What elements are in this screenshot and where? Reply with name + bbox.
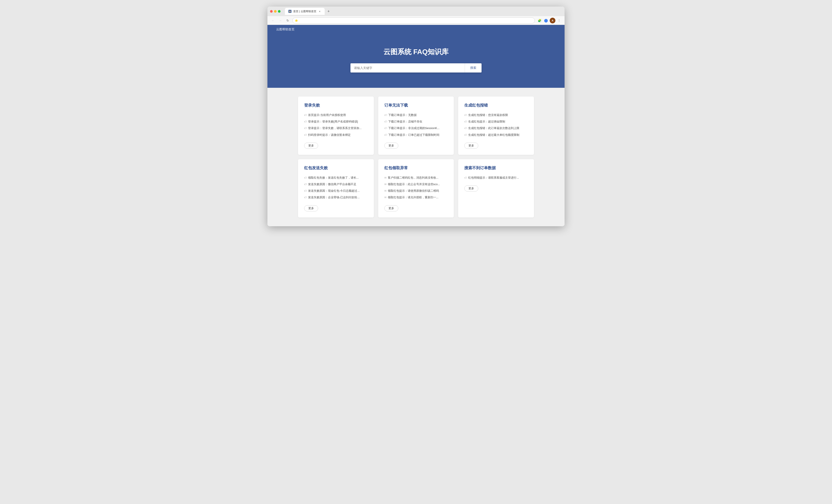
item-text: 发送失败原因：现金红包-今日总额超过... — [308, 189, 360, 193]
tag-icon: 🏷 — [464, 133, 467, 137]
more-button[interactable]: 更多 — [384, 205, 398, 211]
card-title: 搜索不到订单数据 — [464, 165, 528, 170]
tag-icon: 🏷 — [304, 189, 307, 193]
card-items: 🏷首页提示:当前用户未授权使用🏷登录提示：登录失败[用户名或密码错误]🏷登录提示… — [304, 112, 368, 138]
maximize-button[interactable] — [278, 10, 281, 13]
item-text: 领取红包提示：请允许授权，重新扫一... — [388, 195, 439, 200]
title-bar: 🏠 首页 | 云图帮助首页 ✕ + — [267, 6, 565, 16]
profile-button[interactable]: A — [550, 18, 555, 23]
card-card-4: 红包发送失败🏷领取红包失败：发送红包失败了，请长...🏷发送失败原因：微信商户平… — [298, 159, 374, 217]
card-items: 🏷领取红包失败：发送红包失败了，请长...🏷发送失败原因：微信商户平台余额不足🏷… — [304, 175, 368, 201]
item-text: 登录提示：登录失败[用户名或密码错误] — [308, 120, 358, 124]
new-tab-button[interactable]: + — [326, 8, 332, 15]
forward-icon: → — [279, 19, 282, 22]
item-text: 下载订单提示：订单已超过下载限制时间 — [388, 133, 439, 137]
reload-button[interactable]: ↻ — [285, 18, 291, 23]
back-button[interactable]: ← — [270, 18, 276, 23]
card-title: 红包发送失败 — [304, 165, 368, 170]
more-button[interactable]: 更多 — [384, 142, 398, 149]
traffic-lights — [270, 10, 281, 13]
tag-icon: 🏷 — [464, 113, 467, 117]
list-item: 🏷下载订单提示：订单已超过下载限制时间 — [384, 132, 448, 138]
card-items: 🏷下载订单提示：无数据🏷下载订单提示：店铺不存在🏷下载订单提示：非法或过期的Se… — [384, 112, 448, 138]
browser-window: 🏠 首页 | 云图帮助首页 ✕ + ← → ↻ ⭐ 🧩 ⬤ — [267, 6, 565, 226]
list-item: ✉客户扫描二维码红包，消息列表没有收... — [384, 175, 448, 181]
tab-title: 首页 | 云图帮助首页 — [293, 9, 316, 13]
tab-bar: 🏠 首页 | 云图帮助首页 ✕ + — [285, 8, 332, 15]
card-card-3: 生成红包报错🏷生成红包报错：您没有返款权限🏷生成红包提示：超过佣金限制🏷生成红包… — [458, 97, 534, 155]
tab-close-button[interactable]: ✕ — [318, 10, 321, 13]
item-text: 生成红包报错：此订单返款次数达到上限 — [468, 126, 519, 130]
more-button[interactable]: 更多 — [464, 142, 478, 149]
hero-title: 云图系统 FAQ知识库 — [272, 47, 560, 57]
address-bar[interactable]: ⭐ — [292, 18, 535, 24]
close-button[interactable] — [270, 10, 273, 13]
item-text: 下载订单提示：无数据 — [388, 113, 417, 117]
nav-bar: ← → ↻ ⭐ 🧩 ⬤ A ⋮ — [267, 16, 565, 25]
top-nav: 云图帮助首页 — [267, 25, 565, 34]
list-item: 🏷下载订单提示：非法或过期的SessionK... — [384, 125, 448, 131]
reload-icon: ↻ — [286, 19, 289, 22]
list-item: ✉领取红包提示：请使用原微信扫该二维码 — [384, 188, 448, 194]
list-item: 🏷发送失败原因：微信商户平台余额不足 — [304, 181, 368, 188]
extensions-button[interactable]: 🧩 — [537, 18, 542, 23]
list-item: 🏷红包明细提示：请联系客服或主管进行... — [464, 175, 528, 181]
list-item: 🏷生成红包提示：超过佣金限制 — [464, 118, 528, 125]
list-item: 🏷生成红包报错：超过最大单红包额度限制 — [464, 132, 528, 138]
list-item: 🏷生成红包报错：您没有返款权限 — [464, 112, 528, 118]
more-button[interactable]: 更多 — [304, 205, 318, 211]
tag-icon: 🏷 — [304, 120, 307, 124]
nav-actions: 🧩 ⬤ A ⋮ — [537, 18, 562, 23]
item-text: 红包明细提示：请联系客服或主管进行... — [468, 176, 519, 180]
list-item: 🏷发送失败原因：企业零钱-已达到付款给... — [304, 194, 368, 201]
mail-icon: ✉ — [384, 176, 387, 180]
cards-section: 登录失败🏷首页提示:当前用户未授权使用🏷登录提示：登录失败[用户名或密码错误]🏷… — [267, 88, 565, 226]
search-input[interactable] — [350, 63, 465, 73]
more-button[interactable]: 更多 — [304, 142, 318, 149]
menu-dots-icon: ⋮ — [557, 19, 561, 22]
top-nav-label: 云图帮助首页 — [276, 28, 294, 31]
menu-button[interactable]: ⋮ — [556, 18, 562, 23]
hero-section: 云图系统 FAQ知识库 搜索 — [267, 34, 565, 88]
list-item: 🏷登录提示：登录失败，请联系系主管添加... — [304, 125, 368, 131]
back-icon: ← — [271, 19, 275, 22]
tag-icon: 🏷 — [464, 120, 467, 124]
search-button[interactable]: 搜索 — [465, 63, 482, 73]
mail-icon: ✉ — [384, 183, 387, 186]
card-card-2: 订单无法下载🏷下载订单提示：无数据🏷下载订单提示：店铺不存在🏷下载订单提示：非法… — [378, 97, 454, 155]
list-item: 🏷生成红包报错：此订单返款次数达到上限 — [464, 125, 528, 131]
item-text: 扫码登录时提示：该微信暂未绑定 — [308, 133, 351, 137]
item-text: 生成红包报错：您没有返款权限 — [468, 113, 508, 117]
card-card-6: 搜索不到订单数据🏷红包明细提示：请联系客服或主管进行...更多 — [458, 159, 534, 217]
more-button[interactable]: 更多 — [464, 185, 478, 191]
list-item: ✉领取红包提示：此公众号并没有这些sco... — [384, 181, 448, 188]
item-text: 下载订单提示：店铺不存在 — [388, 120, 422, 124]
tag-icon: 🏷 — [304, 113, 307, 117]
tag-icon: 🏷 — [464, 127, 467, 130]
search-bar: 搜索 — [350, 63, 482, 73]
tag-icon: 🏷 — [384, 133, 387, 137]
active-tab[interactable]: 🏠 首页 | 云图帮助首页 ✕ — [285, 8, 325, 15]
item-text: 登录提示：登录失败，请联系系主管添加... — [308, 126, 362, 130]
list-item: 🏷下载订单提示：无数据 — [384, 112, 448, 118]
list-item: 🏷领取红包失败：发送红包失败了，请长... — [304, 175, 368, 181]
tag-icon: 🏷 — [304, 127, 307, 130]
chrome-icon: ⬤ — [544, 18, 548, 23]
forward-button[interactable]: → — [278, 18, 283, 23]
list-item: 🏷首页提示:当前用户未授权使用 — [304, 112, 368, 118]
item-text: 首页提示:当前用户未授权使用 — [308, 113, 346, 117]
mail-icon: ✉ — [384, 196, 387, 200]
item-text: 生成红包报错：超过最大单红包额度限制 — [468, 133, 519, 137]
chrome-button[interactable]: ⬤ — [543, 18, 549, 23]
list-item: 🏷登录提示：登录失败[用户名或密码错误] — [304, 118, 368, 125]
card-card-5: 红包领取异常✉客户扫描二维码红包，消息列表没有收...✉领取红包提示：此公众号并… — [378, 159, 454, 217]
card-items: ✉客户扫描二维码红包，消息列表没有收...✉领取红包提示：此公众号并没有这些sc… — [384, 175, 448, 201]
list-item: 🏷发送失败原因：现金红包-今日总额超过... — [304, 188, 368, 194]
minimize-button[interactable] — [274, 10, 277, 13]
item-text: 客户扫描二维码红包，消息列表没有收... — [388, 176, 439, 180]
card-items: 🏷生成红包报错：您没有返款权限🏷生成红包提示：超过佣金限制🏷生成红包报错：此订单… — [464, 112, 528, 138]
list-item: ✉领取红包提示：请允许授权，重新扫一... — [384, 194, 448, 201]
item-text: 领取红包失败：发送红包失败了，请长... — [308, 176, 359, 180]
card-title: 登录失败 — [304, 103, 368, 108]
cards-grid: 登录失败🏷首页提示:当前用户未授权使用🏷登录提示：登录失败[用户名或密码错误]🏷… — [298, 97, 534, 217]
